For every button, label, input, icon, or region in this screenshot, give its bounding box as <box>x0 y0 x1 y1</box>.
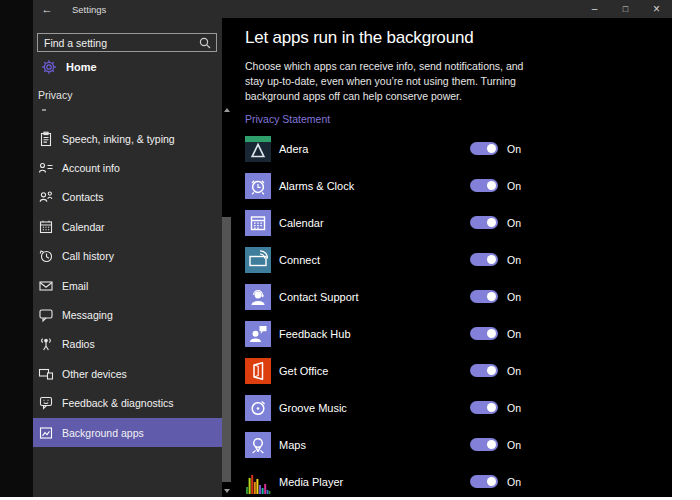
scrollbar-up-arrow[interactable] <box>222 108 231 114</box>
groove-music-toggle[interactable] <box>470 401 498 414</box>
minimize-button[interactable]: – <box>579 0 610 18</box>
calendar-app-icon <box>245 210 271 236</box>
partial-scrolled-item <box>42 109 46 111</box>
account-card-icon <box>38 160 54 176</box>
app-name: Media Player <box>279 476 343 488</box>
close-button[interactable]: × <box>641 0 672 18</box>
people-icon <box>38 189 54 205</box>
feedback-hub-app-icon <box>245 321 271 347</box>
sidebar-home-label: Home <box>66 61 97 73</box>
connect-app-icon <box>245 247 271 273</box>
sidebar-item-feedback-diagnostics[interactable]: Feedback & diagnostics <box>33 389 222 418</box>
app-row-connect: Connect On <box>245 241 525 278</box>
alarms-clock-app-icon <box>245 173 271 199</box>
app-name: Contact Support <box>279 291 359 303</box>
media-player-toggle[interactable] <box>470 475 498 488</box>
sidebar-item-label: Calendar <box>62 221 105 233</box>
toggle-knob <box>487 218 496 227</box>
maps-app-icon <box>245 432 271 458</box>
back-button[interactable]: ← <box>38 0 56 18</box>
sidebar-nav: Speech, inking, & typing Account info <box>33 124 222 447</box>
app-name: Adera <box>279 143 308 155</box>
left-black-strip <box>0 0 33 497</box>
groove-music-app-icon <box>245 395 271 421</box>
alarms-clock-toggle[interactable] <box>470 179 498 192</box>
antenna-icon <box>38 336 54 352</box>
sidebar-section-label: Privacy <box>38 89 72 101</box>
connect-toggle[interactable] <box>470 253 498 266</box>
maximize-button[interactable]: □ <box>610 0 641 18</box>
sidebar-item-background-apps[interactable]: Background apps <box>33 418 222 447</box>
feedback-hub-toggle[interactable] <box>470 327 498 340</box>
sidebar-item-home[interactable]: Home <box>41 57 97 77</box>
scrollbar-thumb[interactable] <box>222 217 231 482</box>
toggle-knob <box>487 255 496 264</box>
sidebar: Find a setting Home Privacy <box>33 18 222 497</box>
feedback-icon <box>38 395 54 411</box>
toggle-knob <box>487 403 496 412</box>
settings-window: ← Settings – □ × Find a setting <box>0 0 672 497</box>
search-input[interactable]: Find a setting <box>37 33 217 52</box>
toggle-state-label: On <box>507 328 525 340</box>
adera-toggle[interactable] <box>470 142 498 155</box>
app-name: Alarms & Clock <box>279 180 354 192</box>
screenshot-canvas: ← Settings – □ × Find a setting <box>0 0 700 500</box>
get-office-toggle[interactable] <box>470 364 498 377</box>
sidebar-item-call-history[interactable]: Call history <box>33 242 222 271</box>
toggle-state-label: On <box>507 180 525 192</box>
gear-icon <box>41 59 57 75</box>
sidebar-item-label: Call history <box>62 250 114 262</box>
toggle-state-label: On <box>507 439 525 451</box>
sidebar-item-email[interactable]: Email <box>33 271 222 300</box>
sidebar-item-label: Messaging <box>62 309 113 321</box>
contact-support-app-icon <box>245 284 271 310</box>
toggle-state-label: On <box>507 365 525 377</box>
app-row-feedback-hub: Feedback Hub On <box>245 315 525 352</box>
sidebar-item-other-devices[interactable]: Other devices <box>33 359 222 388</box>
search-icon <box>198 36 212 50</box>
sidebar-item-label: Other devices <box>62 368 127 380</box>
devices-icon <box>38 366 54 382</box>
toggle-state-label: On <box>507 402 525 414</box>
main-content: Let apps run in the background Choose wh… <box>231 18 672 497</box>
toggle-knob <box>487 144 496 153</box>
sidebar-item-calendar[interactable]: Calendar <box>33 212 222 241</box>
sidebar-item-contacts[interactable]: Contacts <box>33 183 222 212</box>
sidebar-item-speech-inking-typing[interactable]: Speech, inking, & typing <box>33 124 222 153</box>
sidebar-item-label: Email <box>62 280 88 292</box>
toggle-state-label: On <box>507 254 525 266</box>
clock-history-icon <box>38 248 54 264</box>
privacy-statement-link[interactable]: Privacy Statement <box>245 113 330 125</box>
app-name: Feedback Hub <box>279 328 351 340</box>
toggle-knob <box>487 477 496 486</box>
app-row-calendar: Calendar On <box>245 204 525 241</box>
sidebar-item-label: Background apps <box>62 427 144 439</box>
sidebar-item-label: Speech, inking, & typing <box>62 133 175 145</box>
search-placeholder: Find a setting <box>38 37 198 49</box>
toggle-knob <box>487 329 496 338</box>
contact-support-toggle[interactable] <box>470 290 498 303</box>
sidebar-item-radios[interactable]: Radios <box>33 330 222 359</box>
sidebar-item-label: Contacts <box>62 191 103 203</box>
app-row-maps: Maps On <box>245 426 525 463</box>
toggle-state-label: On <box>507 143 525 155</box>
sidebar-item-label: Radios <box>62 338 95 350</box>
toggle-knob <box>487 181 496 190</box>
app-row-media-player: Media Player On <box>245 463 525 500</box>
window-title: Settings <box>72 0 106 18</box>
maps-toggle[interactable] <box>470 438 498 451</box>
toggle-state-label: On <box>507 291 525 303</box>
media-player-app-icon <box>245 469 271 495</box>
scrollbar-down-arrow[interactable] <box>222 489 231 495</box>
get-office-app-icon <box>245 358 271 384</box>
speech-bubble-icon <box>38 307 54 323</box>
calendar-toggle[interactable] <box>470 216 498 229</box>
app-name: Calendar <box>279 217 324 229</box>
clipboard-icon <box>38 131 54 147</box>
sidebar-item-messaging[interactable]: Messaging <box>33 300 222 329</box>
titlebar: ← Settings – □ × <box>0 0 672 18</box>
toggle-knob <box>487 366 496 375</box>
sidebar-item-account-info[interactable]: Account info <box>33 153 222 182</box>
app-row-adera: Adera On <box>245 130 525 167</box>
app-row-alarms-clock: Alarms & Clock On <box>245 167 525 204</box>
